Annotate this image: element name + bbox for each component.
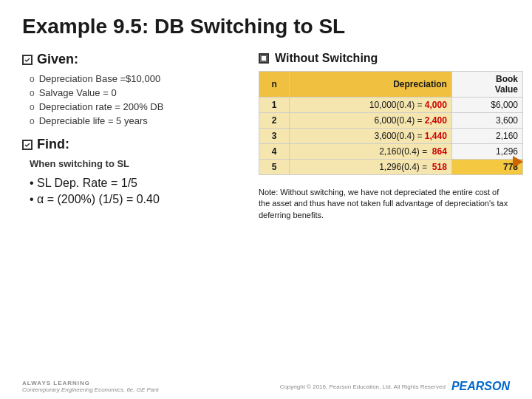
- arrow-indicator: [510, 154, 523, 165]
- formula-1: • SL Dep. Rate = 1/5: [30, 177, 244, 190]
- col-n-header: n: [259, 72, 290, 98]
- row-3-n: 3: [259, 129, 290, 144]
- row-1-bv: $6,000: [451, 98, 522, 113]
- table-row: 3 3,600(0.4) = 1,440 2,160: [259, 129, 523, 144]
- pearson-logo: PEARSON: [451, 380, 510, 393]
- find-checkbox-icon: [22, 140, 33, 150]
- given-item-4: Depreciable life = 5 years: [30, 115, 244, 126]
- right-column: Without Switching n Depreciation Book Va…: [259, 52, 523, 221]
- arrow-icon: [513, 156, 523, 168]
- given-checkbox-icon: [22, 55, 33, 65]
- find-section: Find: When switching to SL • SL Dep. Rat…: [22, 137, 244, 206]
- given-item-2: Salvage Value = 0: [30, 87, 244, 98]
- table-row: 1 10,000(0.4) = 4,000 $6,000: [259, 98, 523, 113]
- given-list: Depreciation Base =$10,000 Salvage Value…: [22, 73, 244, 126]
- book-title-text: Contemporary Engineering Economics, 6e, …: [22, 386, 159, 393]
- always-learning-text: ALWAYS LEARNING: [22, 380, 159, 386]
- depreciation-table: n Depreciation Book Value 1 10,000(0.4) …: [259, 71, 523, 175]
- find-header: Find:: [22, 137, 244, 152]
- formula-list: • SL Dep. Rate = 1/5 • α = (200%) (1/5) …: [22, 177, 244, 206]
- find-label: Find:: [37, 137, 69, 152]
- footer-left: ALWAYS LEARNING Contemporary Engineering…: [22, 380, 159, 393]
- given-item-1: Depreciation Base =$10,000: [30, 73, 244, 84]
- row-4-dep: 2,160(0.4) = 864: [290, 144, 452, 160]
- col-dep-header: Depreciation: [290, 72, 452, 98]
- without-switching-header: Without Switching: [259, 52, 523, 65]
- col-bv-header: Book Value: [451, 72, 522, 98]
- page-content: Example 9.5: DB Switching to SL Given: D…: [0, 0, 532, 228]
- row-4-n: 4: [259, 144, 290, 160]
- given-header: Given:: [22, 52, 244, 67]
- note-text: Note: Without switching, we have not dep…: [259, 187, 510, 221]
- row-3-dep: 3,600(0.4) = 1,440: [290, 129, 452, 144]
- row-3-bv: 2,160: [451, 129, 522, 144]
- row-2-dep: 6,000(0.4) = 2,400: [290, 113, 452, 129]
- table-row: 2 6,000(0.4) = 2,400 3,600: [259, 113, 523, 129]
- row-2-bv: 3,600: [451, 113, 522, 129]
- formula-2: • α = (200%) (1/5) = 0.40: [30, 193, 244, 206]
- main-layout: Given: Depreciation Base =$10,000 Salvag…: [22, 52, 510, 221]
- left-column: Given: Depreciation Base =$10,000 Salvag…: [22, 52, 244, 221]
- copyright-text: Copyright © 2016, Pearson Education, Ltd…: [280, 383, 446, 390]
- without-switching-label: Without Switching: [275, 52, 378, 65]
- page-title: Example 9.5: DB Switching to SL: [22, 15, 510, 38]
- given-label: Given:: [37, 52, 78, 67]
- find-when: When switching to SL: [30, 158, 244, 169]
- given-item-3: Depreciation rate = 200% DB: [30, 101, 244, 112]
- table-row: 4 2,160(0.4) = 864 1,296: [259, 144, 523, 160]
- row-1-dep: 10,000(0.4) = 4,000: [290, 98, 452, 113]
- svg-rect-0: [261, 55, 267, 61]
- without-switching-icon: [259, 53, 269, 64]
- row-2-n: 2: [259, 113, 290, 129]
- footer: ALWAYS LEARNING Contemporary Engineering…: [0, 380, 532, 393]
- row-1-n: 1: [259, 98, 290, 113]
- footer-right: Copyright © 2016, Pearson Education, Ltd…: [280, 380, 510, 393]
